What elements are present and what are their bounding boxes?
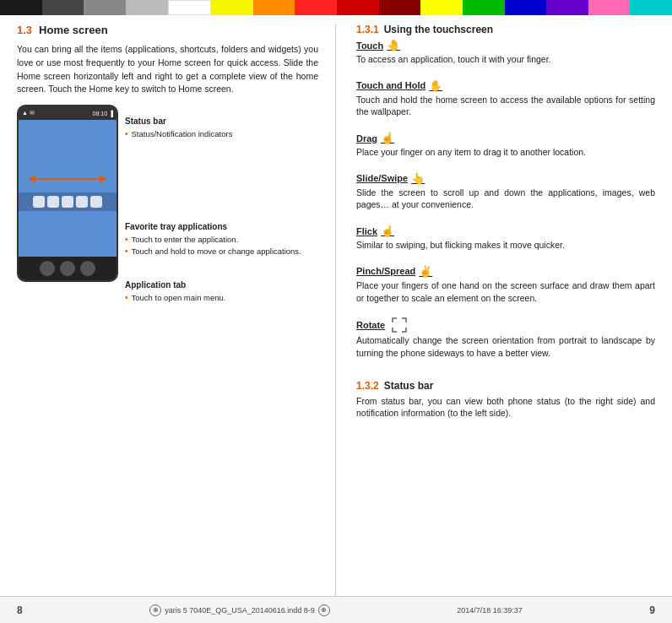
app-tab-text-1: Touch to open main menu.	[132, 292, 226, 303]
touch-hold-text: Touch and Hold	[356, 80, 425, 90]
pinch-desc: Place your fingers of one hand on the sc…	[356, 279, 655, 304]
swatch-green	[463, 0, 505, 15]
touch-hold-icon: ✋	[429, 79, 442, 92]
bullet-dot-3: •	[125, 246, 128, 256]
phone-diagram: ▲ ✉ 08:10 ▐	[17, 105, 318, 303]
drag-desc: Place your finger on any item to drag it…	[356, 146, 655, 159]
subsection-title-1-3-2: 1.3.2 Status bar	[356, 380, 655, 392]
scroll-arrow	[34, 178, 101, 180]
flick-label: Flick ☝️	[356, 225, 655, 237]
swipe-text: Slide/Swipe	[356, 173, 408, 183]
swatch-3	[84, 0, 126, 15]
right-column: 1.3.1 Using the touchscreen Touch 🤚 To a…	[336, 24, 655, 596]
app-icon-4	[76, 196, 88, 208]
sub-section-number: 1.3.1	[356, 24, 379, 35]
page-number-left: 8	[17, 604, 23, 616]
touchscreen-items: Touch 🤚 To access an application, touch …	[356, 39, 655, 428]
swatch-5	[168, 0, 212, 15]
rotate-text: Rotate	[356, 320, 385, 330]
swatch-cyan	[630, 0, 672, 15]
swatch-orange	[253, 0, 295, 15]
fav-tray-annotation-title: Favorite tray applications	[125, 222, 318, 231]
status-bar-annotation: Status bar • Status/Notification indicat…	[125, 116, 318, 139]
app-icon-5	[90, 196, 102, 208]
flick-desc: Similar to swiping, but flicking makes i…	[356, 239, 655, 252]
swatch-yellow	[211, 0, 253, 15]
flick-text: Flick	[356, 226, 377, 236]
fav-tray-annotation: Favorite tray applications • Touch to en…	[125, 222, 318, 257]
bullet-dot-2: •	[125, 235, 128, 244]
status-bar-bullet-1: • Status/Notification indicators	[125, 128, 318, 139]
section-number: 1.3	[17, 24, 32, 36]
phone-time: 08:10 ▐	[93, 111, 113, 116]
swatch-1	[0, 0, 42, 15]
phone-bottom-bar	[19, 257, 117, 280]
rotate-label: Rotate	[356, 317, 655, 333]
footer-datetime: 2014/7/18 16:39:37	[457, 606, 523, 615]
status-bar-section-name: Status bar	[384, 380, 434, 392]
flick-icon: ☝️	[381, 225, 394, 237]
touch-text: Touch	[356, 41, 383, 51]
swatch-4	[126, 0, 168, 15]
touch-hold-desc: Touch and hold the home screen to access…	[356, 94, 655, 118]
main-content: 1.3 Home screen You can bring all the it…	[0, 15, 672, 596]
subsection-title-1-3-1: 1.3.1 Using the touchscreen	[356, 24, 655, 35]
status-bar-annotation-title: Status bar	[125, 116, 318, 126]
footer-left-compass: ⊕ yaris 5 7040E_QG_USA_20140616.indd 8-9…	[149, 604, 330, 616]
bottom-icon-3	[80, 261, 95, 276]
swipe-item: Slide/Swipe 👆 Slide the screen to scroll…	[356, 172, 655, 211]
drag-item: Drag ☝️ Place your finger on any item to…	[356, 132, 655, 159]
touch-item: Touch 🤚 To access an application, touch …	[356, 39, 655, 66]
fav-tray-text-1: Touch to enter the application.	[132, 234, 239, 245]
swatch-maroon	[379, 0, 421, 15]
rotate-icon	[392, 317, 407, 333]
phone-mockup: ▲ ✉ 08:10 ▐	[17, 105, 118, 282]
section-title-1-3: 1.3 Home screen	[17, 24, 318, 36]
app-tab-bullet-1: • Touch to open main menu.	[125, 292, 318, 303]
pinch-label: Pinch/Spread ✌️	[356, 265, 655, 278]
bullet-dot-4: •	[125, 293, 128, 302]
swatch-brightyellow	[420, 0, 463, 15]
bullet-dot: •	[125, 129, 128, 138]
swatch-darkred	[337, 0, 379, 15]
phone-app-row	[19, 192, 117, 211]
rotate-desc: Automatically change the screen orientat…	[356, 334, 655, 359]
swipe-icon: 👆	[411, 172, 425, 185]
touch-hold-item: Touch and Hold ✋ Touch and hold the home…	[356, 79, 655, 118]
app-icon-1	[33, 196, 45, 208]
pinch-icon: ✌️	[419, 265, 432, 278]
pinch-text: Pinch/Spread	[356, 266, 415, 276]
footer: 8 ⊕ yaris 5 7040E_QG_USA_20140616.indd 8…	[0, 596, 672, 623]
bottom-icon-1	[40, 261, 55, 276]
status-bar-num: 1.3.2	[356, 380, 379, 392]
fav-tray-bullet-2: • Touch and hold to move or change appli…	[125, 246, 318, 257]
phone-annotations: Status bar • Status/Notification indicat…	[125, 105, 318, 303]
flick-item: Flick ☝️ Similar to swiping, but flickin…	[356, 225, 655, 252]
swatch-red	[295, 0, 337, 15]
swatch-purple	[546, 0, 588, 15]
drag-label: Drag ☝️	[356, 132, 655, 144]
color-bar	[0, 0, 672, 15]
app-tab-annotation-title: Application tab	[125, 280, 318, 290]
footer-file-text: yaris 5 7040E_QG_USA_20140616.indd 8-9	[165, 606, 315, 615]
status-bar-bullet-text: Status/Notification indicators	[132, 128, 233, 139]
rotate-item: Rotate Automatically change the screen o…	[356, 317, 655, 359]
touch-hold-label: Touch and Hold ✋	[356, 79, 655, 92]
left-column: 1.3 Home screen You can bring all the it…	[17, 24, 336, 596]
phone-screen	[19, 120, 117, 238]
touch-hand-icon: 🤚	[387, 39, 400, 51]
pinch-item: Pinch/Spread ✌️ Place your fingers of on…	[356, 265, 655, 304]
compass-icon-left: ⊕	[149, 604, 161, 616]
app-tab-annotation: Application tab • Touch to open main men…	[125, 280, 318, 303]
fav-tray-text-2: Touch and hold to move or change applica…	[132, 246, 301, 257]
fav-tray-bullet-1: • Touch to enter the application.	[125, 234, 318, 245]
swatch-2	[42, 0, 84, 15]
compass-icon-right: ⊕	[318, 604, 330, 616]
section-body-text: You can bring all the items (application…	[17, 43, 318, 96]
status-icons: ▲ ✉	[22, 110, 35, 116]
touch-desc: To access an application, touch it with …	[356, 53, 655, 66]
phone-status-bar: ▲ ✉ 08:10 ▐	[19, 106, 117, 120]
page-number-right: 9	[649, 604, 655, 616]
app-icon-3	[62, 196, 73, 208]
status-bar-desc: From status bar, you can view both phone…	[356, 395, 655, 420]
